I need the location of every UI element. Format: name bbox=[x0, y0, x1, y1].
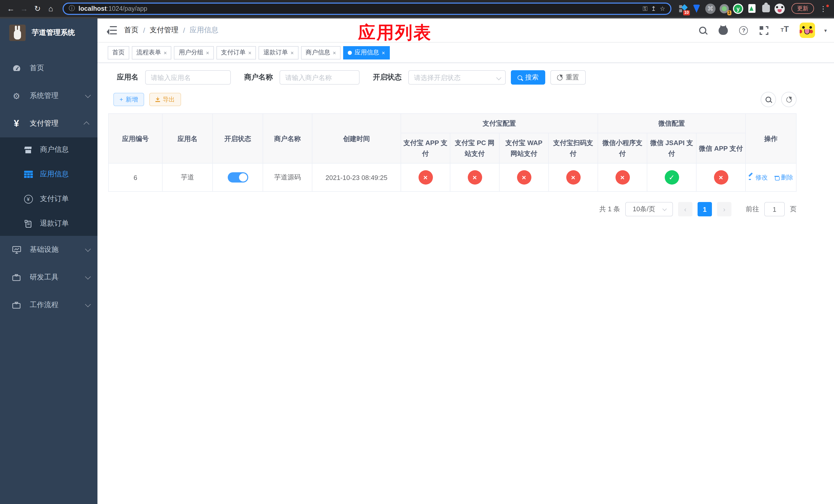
help-icon[interactable]: ? bbox=[738, 25, 749, 36]
chrome-update-button[interactable]: 更新 bbox=[791, 3, 814, 14]
search-icon bbox=[518, 75, 522, 80]
tab-close-icon[interactable]: × bbox=[206, 49, 209, 55]
wx-app-status-icon: × bbox=[714, 170, 728, 185]
extensions-puzzle-icon[interactable] bbox=[761, 3, 771, 14]
header-search-icon[interactable] bbox=[697, 25, 708, 36]
browser-menu-icon[interactable]: ⋮ bbox=[818, 4, 829, 13]
sidebar-item-home[interactable]: 首页 bbox=[0, 54, 97, 82]
tab-refund-orders[interactable]: 退款订单× bbox=[259, 46, 299, 59]
tab-close-icon[interactable]: × bbox=[163, 49, 167, 55]
monitor-icon bbox=[10, 246, 23, 254]
extension-toolbar: 10 ⌘ 1 y 更新 ⋮ bbox=[678, 3, 829, 14]
sidebar-item-label: 首页 bbox=[30, 64, 89, 73]
alipay-qr-status-icon: × bbox=[566, 170, 580, 185]
url-path: :1024/pay/app bbox=[107, 5, 148, 12]
home-icon[interactable]: ⌂ bbox=[45, 3, 57, 14]
url-text: localhost:1024/pay/app bbox=[79, 5, 639, 12]
tab-app-info[interactable]: 应用信息× bbox=[343, 46, 390, 59]
recorder-extension-icon[interactable]: 1 bbox=[719, 3, 729, 14]
tab-merchant-info[interactable]: 商户信息× bbox=[301, 46, 341, 59]
refresh-table-button[interactable] bbox=[781, 92, 796, 107]
app-name-input[interactable] bbox=[145, 70, 231, 85]
tab-pay-orders[interactable]: 支付订单× bbox=[216, 46, 256, 59]
bookmark-star-icon[interactable]: ☆ bbox=[660, 5, 665, 12]
delete-link[interactable]: 删除 bbox=[775, 173, 793, 182]
share-icon[interactable]: ↥ bbox=[651, 5, 656, 12]
avatar-caret-icon[interactable]: ▾ bbox=[824, 27, 827, 33]
password-key-icon[interactable]: ⚿ bbox=[643, 5, 647, 12]
col-wx-mini: 微信小程序支付 bbox=[598, 133, 647, 163]
app-title: 芋道管理系统 bbox=[32, 28, 75, 38]
profile-avatar-icon[interactable] bbox=[774, 3, 785, 14]
github-icon[interactable] bbox=[718, 25, 729, 36]
sidebar-item-infra[interactable]: 基础设施 bbox=[0, 236, 97, 264]
tab-close-icon[interactable]: × bbox=[381, 49, 385, 55]
breadcrumb-home[interactable]: 首页 bbox=[124, 26, 138, 35]
sidebar-item-system[interactable]: ⚙ 系统管理 bbox=[0, 82, 97, 110]
content-area: 应用名 商户名称 开启状态 搜索 重置 +新增 bbox=[97, 63, 834, 504]
sidebar-item-dev-tools[interactable]: 研发工具 bbox=[0, 264, 97, 291]
reset-button[interactable]: 重置 bbox=[550, 70, 586, 85]
search-button[interactable]: 搜索 bbox=[511, 70, 545, 85]
status-toggle[interactable] bbox=[227, 172, 248, 183]
app-logo-image bbox=[9, 25, 26, 41]
tab-close-icon[interactable]: × bbox=[290, 49, 294, 55]
user-avatar[interactable] bbox=[799, 23, 815, 38]
font-size-icon[interactable]: TT bbox=[779, 25, 790, 36]
tab-close-icon[interactable]: × bbox=[248, 49, 251, 55]
dashboard-icon bbox=[10, 64, 23, 72]
forward-icon[interactable]: → bbox=[19, 3, 30, 14]
col-alipay-wap: 支付宝 WAP 网站支付 bbox=[499, 133, 549, 163]
wx-jsapi-status-icon: ✓ bbox=[664, 170, 679, 185]
trash-icon bbox=[775, 175, 780, 180]
sidebar-item-payment[interactable]: ¥ 支付管理 bbox=[0, 110, 97, 137]
export-button[interactable]: 导出 bbox=[149, 93, 181, 106]
sidebar-item-refund-orders[interactable]: 退款订单 bbox=[0, 211, 97, 236]
goto-page-input[interactable] bbox=[764, 202, 785, 216]
site-info-icon[interactable]: ⓘ bbox=[69, 4, 75, 13]
url-bar[interactable]: ⓘ localhost:1024/pay/app ⚿ ↥ ☆ bbox=[63, 2, 672, 15]
gear-icon: ⚙ bbox=[10, 91, 23, 101]
back-icon[interactable]: ← bbox=[5, 3, 16, 14]
toolbox-icon bbox=[10, 274, 23, 281]
next-page-button[interactable]: › bbox=[717, 202, 731, 216]
page-number-active[interactable]: 1 bbox=[698, 202, 712, 216]
shop-icon bbox=[23, 146, 34, 154]
open-status-label: 开启状态 bbox=[373, 73, 402, 82]
chevron-down-icon bbox=[85, 301, 91, 307]
active-tab-dot bbox=[348, 50, 352, 54]
reload-icon[interactable]: ↻ bbox=[32, 3, 43, 14]
sidebar-item-pay-orders[interactable]: ¥ 支付订单 bbox=[0, 187, 97, 211]
edit-link[interactable]: 修改 bbox=[749, 173, 768, 182]
sidebar-item-merchant-info[interactable]: 商户信息 bbox=[0, 137, 97, 162]
app-logo-row[interactable]: 芋道管理系统 bbox=[0, 19, 97, 47]
kite-extension-icon[interactable] bbox=[692, 3, 702, 14]
fullscreen-icon[interactable] bbox=[759, 25, 770, 36]
page-size-select[interactable]: 10条/页 bbox=[625, 202, 673, 216]
command-extension-icon[interactable]: ⌘ bbox=[705, 3, 716, 14]
sidebar-extension-icon[interactable]: 10 bbox=[678, 3, 688, 14]
extension-tag-badge: 1 bbox=[727, 10, 731, 15]
tab-home[interactable]: 首页 bbox=[108, 46, 129, 59]
merchant-name-label: 商户名称 bbox=[244, 73, 273, 82]
refresh-icon bbox=[556, 74, 564, 81]
vue-devtools-icon[interactable]: y bbox=[733, 3, 743, 14]
goto-unit-label: 页 bbox=[790, 205, 796, 214]
merchant-name-input[interactable] bbox=[280, 70, 359, 85]
add-button[interactable]: +新增 bbox=[113, 93, 144, 106]
edit-pencil-icon bbox=[749, 175, 754, 180]
prev-page-button[interactable]: ‹ bbox=[678, 202, 693, 216]
notes-extension-icon[interactable] bbox=[747, 3, 757, 14]
sidebar-item-workflow[interactable]: 工作流程 bbox=[0, 291, 97, 319]
tab-close-icon[interactable]: × bbox=[333, 49, 336, 55]
toggle-search-button[interactable] bbox=[761, 92, 776, 107]
tab-process-form[interactable]: 流程表单× bbox=[132, 46, 172, 59]
total-count: 共 1 条 bbox=[599, 205, 620, 214]
sidebar-collapse-icon[interactable] bbox=[107, 26, 117, 35]
open-status-select[interactable] bbox=[408, 70, 506, 85]
alipay-pc-status-icon: × bbox=[467, 170, 482, 185]
tab-user-group[interactable]: 用户分组× bbox=[174, 46, 214, 59]
breadcrumb-payment[interactable]: 支付管理 bbox=[150, 26, 178, 35]
yen-circle-icon: ¥ bbox=[23, 194, 34, 203]
sidebar-item-app-info[interactable]: 应用信息 bbox=[0, 162, 97, 187]
